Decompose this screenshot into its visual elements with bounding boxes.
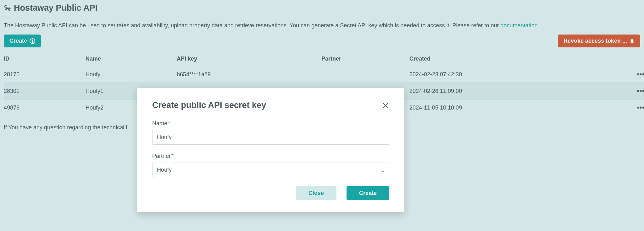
plus-circle-icon bbox=[30, 38, 35, 44]
page-header: Hostaway Public API bbox=[4, 3, 640, 13]
create-button[interactable]: Create bbox=[4, 35, 41, 47]
partner-selected-value: Houfy bbox=[157, 167, 172, 173]
th-created: Created bbox=[409, 52, 630, 66]
key-icon bbox=[4, 5, 11, 12]
name-label-text: Name bbox=[152, 120, 167, 126]
revoke-token-button[interactable]: Revoke access token ... bbox=[558, 35, 640, 47]
cell-partner bbox=[321, 66, 409, 83]
cell-name: Houfy bbox=[86, 66, 177, 83]
th-id: ID bbox=[4, 52, 86, 66]
th-apikey: API key bbox=[177, 52, 321, 66]
th-name: Name bbox=[86, 52, 177, 66]
modal-close-button[interactable]: Close bbox=[296, 186, 336, 200]
cell-id: 49876 bbox=[4, 99, 86, 116]
create-api-key-modal: Create public API secret key Name* Partn… bbox=[137, 88, 404, 212]
partner-label: Partner* bbox=[152, 153, 389, 159]
th-partner: Partner bbox=[321, 52, 409, 66]
required-asterisk: * bbox=[168, 120, 170, 126]
actions-row: Create Revoke access token ... bbox=[4, 35, 640, 47]
trash-icon bbox=[630, 39, 635, 44]
table-row: 28175 Houfy b654****1a89 2024-02-23 07:4… bbox=[4, 66, 644, 83]
page-description: The Hostaway Public API can be used to s… bbox=[4, 22, 640, 29]
description-text: The Hostaway Public API can be used to s… bbox=[4, 22, 501, 29]
name-label: Name* bbox=[152, 120, 389, 127]
page-title: Hostaway Public API bbox=[14, 3, 97, 13]
row-actions-icon[interactable]: ••• bbox=[637, 104, 644, 111]
cell-created: 2024-02-26 11:09:00 bbox=[409, 83, 630, 99]
documentation-link[interactable]: documentation bbox=[501, 22, 538, 29]
partner-select[interactable]: Houfy bbox=[152, 163, 389, 177]
th-actions bbox=[630, 52, 644, 66]
svg-point-0 bbox=[5, 5, 7, 8]
create-label: Create bbox=[9, 38, 27, 44]
cell-created: 2024-11-05 10:10:09 bbox=[409, 99, 630, 116]
cell-id: 28301 bbox=[4, 83, 86, 99]
cell-created: 2024-02-23 07:42:30 bbox=[409, 66, 630, 83]
required-asterisk: * bbox=[171, 153, 174, 159]
name-input[interactable] bbox=[152, 130, 389, 145]
chevron-down-icon bbox=[381, 168, 385, 172]
cell-apikey: b654****1a89 bbox=[177, 66, 321, 83]
revoke-label: Revoke access token ... bbox=[564, 38, 627, 44]
modal-title: Create public API secret key bbox=[152, 100, 266, 110]
row-actions-icon[interactable]: ••• bbox=[637, 70, 644, 78]
modal-create-button[interactable]: Create bbox=[347, 186, 389, 200]
row-actions-icon[interactable]: ••• bbox=[637, 87, 644, 95]
description-suffix: . bbox=[538, 22, 539, 29]
partner-label-text: Partner bbox=[152, 153, 171, 159]
close-icon[interactable] bbox=[382, 102, 389, 109]
cell-id: 28175 bbox=[4, 66, 86, 83]
